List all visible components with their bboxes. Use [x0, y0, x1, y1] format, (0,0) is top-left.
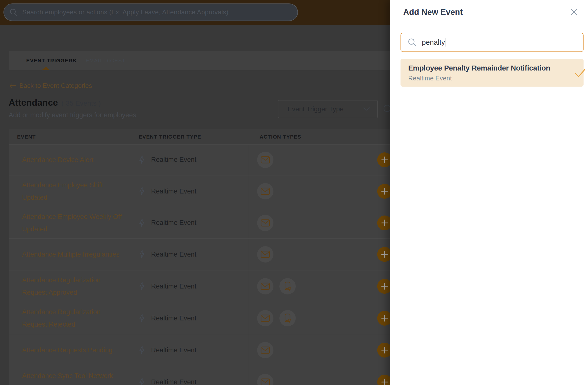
tab-bar: EVENT TRIGGERS EMAIL DIGEST	[9, 51, 390, 70]
add-new-event-modal: Add New Event penalty Employee Penalty R…	[390, 0, 588, 385]
mail-icon	[261, 251, 270, 258]
global-search-input[interactable]: Search employees or actions (Ex: Apply L…	[3, 3, 298, 21]
check-icon	[574, 69, 586, 78]
screen: Search employees or actions (Ex: Apply L…	[0, 0, 588, 385]
trigger-type-label: Realtime Event	[151, 188, 196, 195]
column-header-event: EVENT	[17, 129, 36, 144]
event-search-input[interactable]: penalty	[401, 33, 584, 52]
mail-icon	[261, 346, 270, 354]
event-link[interactable]: Attendance Sync Tool Network Alert	[22, 370, 126, 385]
plus-icon	[381, 283, 388, 290]
add-trigger-button[interactable]	[377, 343, 390, 358]
back-to-event-categories-link[interactable]: Back to Event Categories	[9, 82, 92, 90]
result-title: Employee Penalty Remainder Notification	[408, 64, 550, 72]
chevron-down-icon	[363, 107, 371, 111]
email-action-chip	[257, 215, 273, 231]
event-link[interactable]: Attendance Requests Pending	[22, 344, 112, 356]
mobile-push-icon	[283, 281, 292, 291]
plus-icon	[381, 219, 388, 227]
email-action-chip	[257, 310, 273, 326]
add-trigger-button[interactable]	[377, 247, 390, 262]
flash-icon	[138, 218, 146, 228]
tab-event-triggers[interactable]: EVENT TRIGGERS	[26, 51, 76, 70]
mail-icon	[261, 378, 270, 385]
arrow-left-icon	[9, 83, 16, 89]
table-row: Attendance Device Alert Realtime Event	[9, 144, 390, 175]
back-link-label: Back to Event Categories	[19, 82, 92, 90]
category-heading: Attendance ( 35 Events )	[9, 97, 101, 108]
close-icon	[570, 8, 578, 16]
trigger-type-label: Realtime Event	[151, 156, 196, 164]
email-action-chip	[257, 374, 273, 385]
event-link[interactable]: Attendance Device Alert	[22, 154, 93, 166]
page-title: Attendance	[9, 97, 58, 108]
mobile-push-icon	[283, 313, 292, 323]
flash-icon	[138, 187, 146, 196]
flash-icon	[138, 345, 146, 355]
flash-icon	[138, 250, 146, 259]
column-header-action-types: ACTION TYPES	[260, 129, 301, 144]
trigger-type-label: Realtime Event	[151, 378, 196, 385]
add-trigger-button[interactable]	[377, 311, 390, 326]
add-trigger-button[interactable]	[377, 152, 390, 167]
event-link[interactable]: Attendance Employee Weekly Off Updated	[22, 211, 126, 235]
mail-icon	[261, 188, 270, 195]
table-row: Attendance Regularization Request Approv…	[9, 270, 390, 302]
mail-icon	[261, 283, 270, 290]
push-action-chip	[279, 278, 296, 294]
mail-icon	[261, 156, 270, 164]
modal-title: Add New Event	[403, 7, 463, 17]
top-bar: Search employees or actions (Ex: Apply L…	[0, 0, 390, 25]
table-row: Attendance Sync Tool Network Alert Realt…	[9, 366, 390, 385]
email-action-chip	[257, 342, 273, 358]
dropdown-selected-label: Event Trigger Type	[288, 105, 363, 113]
search-result-item[interactable]: Employee Penalty Remainder Notification …	[401, 59, 584, 87]
event-link[interactable]: Attendance Multiple Irregularities	[22, 248, 119, 261]
plus-icon	[381, 251, 388, 258]
event-trigger-type-dropdown[interactable]: Event Trigger Type	[278, 100, 378, 118]
trigger-type-label: Realtime Event	[151, 219, 196, 227]
trigger-type-label: Realtime Event	[151, 283, 196, 290]
search-icon	[407, 38, 417, 47]
email-action-chip	[257, 278, 273, 294]
event-link[interactable]: Attendance Regularization Request Approv…	[22, 274, 126, 299]
email-action-chip	[257, 152, 273, 168]
text-cursor	[446, 38, 446, 47]
tab-email-digest[interactable]: EMAIL DIGEST	[86, 51, 126, 70]
table-row: Attendance Employee Weekly Off Updated R…	[9, 207, 390, 239]
mail-icon	[261, 314, 270, 322]
trigger-type-label: Realtime Event	[151, 346, 196, 354]
plus-icon	[381, 314, 388, 322]
event-count: ( 35 Events )	[61, 99, 101, 107]
plus-icon	[381, 188, 388, 195]
email-action-chip	[257, 183, 273, 199]
result-subtitle: Realtime Event	[408, 74, 452, 82]
trigger-type-label: Realtime Event	[151, 314, 196, 322]
modal-header: Add New Event	[390, 0, 588, 24]
table-header-row: EVENT EVENT TRIGGER TYPE ACTION TYPES	[9, 129, 390, 144]
global-search-placeholder: Search employees or actions (Ex: Apply L…	[22, 8, 228, 16]
add-trigger-button[interactable]	[377, 279, 390, 294]
push-action-chip	[279, 310, 296, 326]
event-triggers-table: EVENT EVENT TRIGGER TYPE ACTION TYPES At…	[9, 129, 390, 385]
event-link[interactable]: Attendance Regularization Request Reject…	[22, 306, 126, 331]
email-action-chip	[257, 246, 273, 263]
event-search-value: penalty	[422, 38, 445, 47]
close-button[interactable]	[568, 7, 579, 18]
add-trigger-button[interactable]	[377, 216, 390, 230]
active-tab-caret	[42, 67, 50, 70]
table-row: Attendance Employee Shift Updated Realti…	[9, 175, 390, 207]
page-subtitle: Add or modify event triggers for employe…	[9, 111, 136, 119]
plus-icon	[381, 156, 388, 164]
flash-icon	[138, 282, 146, 291]
plus-icon	[381, 378, 388, 385]
plus-icon	[381, 346, 388, 354]
mail-icon	[261, 219, 270, 227]
event-link[interactable]: Attendance Employee Shift Updated	[22, 179, 126, 204]
add-trigger-button[interactable]	[377, 184, 390, 199]
table-row: Attendance Requests Pending Realtime Eve…	[9, 334, 390, 366]
table-row: Attendance Multiple Irregularities Realt…	[9, 239, 390, 270]
table-row: Attendance Regularization Request Reject…	[9, 302, 390, 334]
flash-icon	[138, 377, 146, 385]
add-trigger-button[interactable]	[377, 375, 390, 385]
